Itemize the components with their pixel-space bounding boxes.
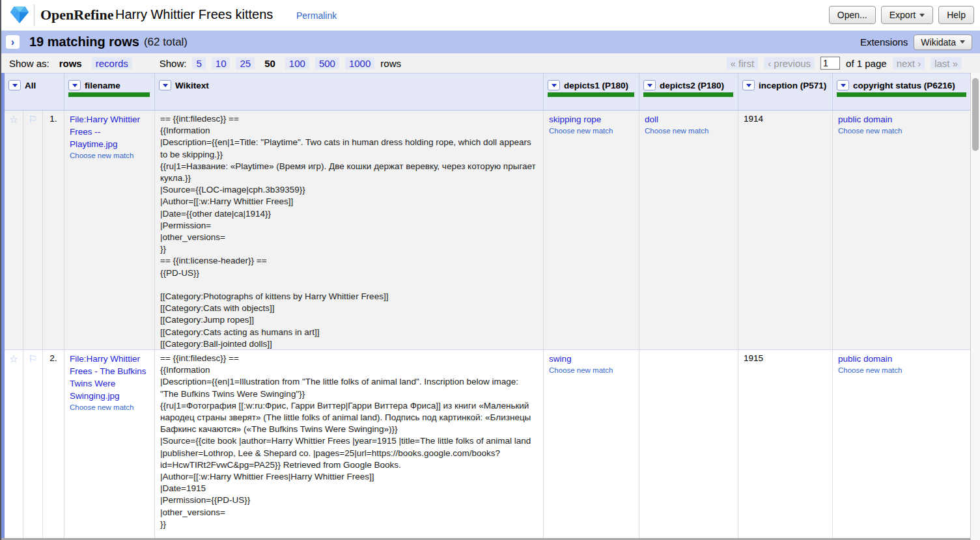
vertical-scrollbar[interactable] [970, 73, 980, 540]
flag-icon[interactable]: ⚐ [23, 111, 43, 349]
openrefine-diamond-icon [10, 6, 29, 24]
wikitext-value: == {{int:filedesc}} == {{Information |De… [160, 353, 538, 530]
table-header-row: All filename Wikitext [5, 73, 972, 111]
show-label: Show: [160, 58, 187, 69]
depicts2-cell: doll Choose new match [639, 111, 738, 349]
choose-new-match-link[interactable]: Choose new match [838, 366, 966, 374]
choose-new-match-link[interactable]: Choose new match [549, 366, 634, 374]
matching-rows-count: 19 matching rows [29, 34, 139, 49]
filename-match-link[interactable]: File:Harry Whittier Frees -- Playtime.jp… [70, 115, 140, 149]
last-page-button[interactable]: last » [931, 57, 962, 70]
topbar-buttons: Open... Export Help [829, 6, 974, 24]
inception-cell[interactable]: 1914 [738, 111, 833, 349]
next-page-button[interactable]: next › [893, 57, 925, 70]
inception-value: 1915 [744, 353, 827, 364]
wikitext-column-menu-icon[interactable] [159, 80, 171, 90]
filename-match-link[interactable]: File:Harry Whittier Frees - The Bufkins … [70, 354, 147, 401]
column-header-wikitext: Wikitext [155, 73, 544, 111]
openrefine-window: OpenRefine Harry Whittier Frees kittens … [0, 0, 980, 540]
top-bar: OpenRefine Harry Whittier Frees kittens … [1, 0, 980, 31]
show-as-rows-toggle[interactable]: rows [55, 57, 86, 70]
filename-column-menu-icon[interactable] [68, 80, 81, 90]
column-label: copyright status (P6216) [853, 81, 955, 90]
help-button[interactable]: Help [938, 6, 974, 24]
wikitext-value: == {{int:filedesc}} == {{Information |De… [160, 113, 538, 349]
depicts1-cell: skipping rope Choose new match [544, 111, 639, 349]
extensions-label: Extensions [860, 36, 908, 47]
export-button-label: Export [889, 10, 916, 20]
rows-suffix-label: rows [380, 58, 401, 69]
page-size-10[interactable]: 10 [212, 57, 231, 70]
show-as-records-toggle[interactable]: records [92, 57, 132, 70]
depicts2-match-link[interactable]: doll [645, 115, 658, 124]
star-icon[interactable]: ☆ [5, 350, 23, 540]
depicts2-cell-empty[interactable] [639, 350, 738, 540]
row-index: 1. [43, 111, 64, 349]
show-as-label: Show as: [9, 58, 49, 69]
page-size-25[interactable]: 25 [236, 57, 255, 70]
page-size-100[interactable]: 100 [285, 57, 309, 70]
page-size-1000[interactable]: 1000 [345, 57, 374, 70]
expand-facets-chevron-icon[interactable]: › [6, 35, 20, 49]
page-size-500[interactable]: 500 [315, 57, 339, 70]
column-header-all: All [5, 73, 64, 111]
total-rows-count: (62 total) [144, 36, 188, 49]
inception-cell[interactable]: 1915 [738, 350, 833, 540]
page-size-50-active[interactable]: 50 [260, 57, 279, 70]
filename-cell: File:Harry Whittier Frees -- Playtime.jp… [64, 111, 155, 349]
app-name: OpenRefine [40, 7, 113, 23]
column-label: All [25, 81, 36, 90]
caret-down-icon [919, 14, 925, 20]
column-header-depicts1: depicts1 (P180) [544, 73, 639, 111]
depicts1-cell: swing Choose new match [544, 350, 639, 540]
choose-new-match-link[interactable]: Choose new match [70, 403, 149, 411]
first-page-button[interactable]: « first [727, 57, 759, 70]
column-label: depicts1 (P180) [564, 81, 628, 90]
column-label: filename [85, 81, 120, 90]
page-size-5[interactable]: 5 [192, 57, 205, 70]
vertical-scrollbar-thumb[interactable] [972, 78, 979, 151]
choose-new-match-link[interactable]: Choose new match [838, 127, 966, 135]
reconciliation-progress-bar [68, 92, 150, 97]
summary-bar-right: Extensions Wikidata [860, 34, 972, 50]
view-controls-bar: Show as: rows records Show: 5 10 25 50 1… [1, 53, 980, 73]
wikidata-menu-button[interactable]: Wikidata [914, 34, 972, 50]
open-button[interactable]: Open... [829, 6, 876, 24]
star-icon[interactable]: ☆ [5, 111, 23, 349]
copyright-status-match-link[interactable]: public domain [838, 115, 892, 124]
depicts1-match-link[interactable]: swing [549, 354, 572, 364]
row-index: 2. [43, 350, 64, 540]
all-column-menu-icon[interactable] [8, 80, 21, 90]
reconciliation-progress-bar [837, 92, 966, 97]
table-row: ☆ ⚐ 1. File:Harry Whittier Frees -- Play… [5, 111, 972, 350]
depicts1-column-menu-icon[interactable] [548, 80, 560, 90]
column-header-copyright-status: copyright status (P6216) [833, 73, 972, 111]
column-label: depicts2 (P180) [660, 81, 724, 90]
copyright-status-match-link[interactable]: public domain [838, 354, 892, 364]
previous-page-button[interactable]: ‹ previous [764, 57, 815, 70]
choose-new-match-link[interactable]: Choose new match [70, 152, 149, 159]
reconciliation-progress-bar [643, 92, 733, 97]
flag-icon[interactable]: ⚐ [23, 350, 43, 540]
copyright-status-cell: public domain Choose new match [833, 350, 972, 540]
wikitext-cell[interactable]: == {{int:filedesc}} == {{Information |De… [155, 350, 544, 540]
choose-new-match-link[interactable]: Choose new match [645, 127, 733, 135]
column-header-depicts2: depicts2 (P180) [639, 73, 738, 111]
caret-down-icon [960, 40, 965, 46]
export-button[interactable]: Export [881, 6, 933, 24]
copyright-status-column-menu-icon[interactable] [837, 80, 849, 90]
inception-column-menu-icon[interactable] [742, 80, 755, 90]
wikidata-menu-label: Wikidata [921, 37, 956, 47]
filename-cell: File:Harry Whittier Frees - The Bufkins … [64, 350, 155, 540]
column-label: Wikitext [175, 81, 209, 90]
copyright-status-cell: public domain Choose new match [833, 111, 972, 349]
column-header-filename: filename [64, 73, 155, 111]
depicts2-column-menu-icon[interactable] [643, 80, 656, 90]
project-title[interactable]: Harry Whittier Frees kittens [115, 7, 273, 22]
wikitext-cell[interactable]: == {{int:filedesc}} == {{Information |De… [155, 111, 544, 349]
choose-new-match-link[interactable]: Choose new match [549, 127, 634, 135]
page-number-input[interactable] [820, 57, 840, 70]
permalink-link[interactable]: Permalink [296, 10, 337, 21]
depicts1-match-link[interactable]: skipping rope [549, 115, 601, 124]
table-row: ☆ ⚐ 2. File:Harry Whittier Frees - The B… [5, 350, 972, 540]
